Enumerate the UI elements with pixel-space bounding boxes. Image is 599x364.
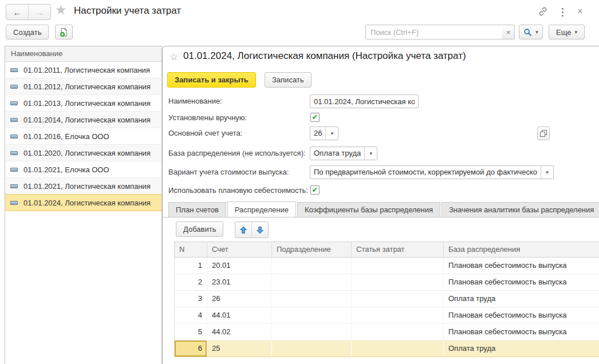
search-icon [523,28,532,37]
form-tab[interactable]: План счетов [168,202,226,217]
form-tab[interactable]: Коэффициенты базы распределения [297,202,440,217]
grid-cell[interactable] [352,324,444,340]
form-favorite-star-icon[interactable]: ☆ [170,51,178,63]
grid-row[interactable]: 120.01Плановая себестоимость выпуска [175,258,599,274]
grid-cell[interactable]: 20.01 [207,258,272,274]
grid-column-header[interactable]: Подразделение [272,242,352,257]
list-item-label: 01.01.2020, Логистическая компания [23,149,151,157]
forward-button[interactable]: → [28,5,50,19]
planned-checkbox[interactable]: ✔ [310,185,320,195]
list-item[interactable]: 01.01.2012, Логистическая компания [5,78,161,95]
manual-checkbox[interactable]: ✔ [310,113,320,122]
list-item[interactable]: 01.01.2020, Логистическая компания [5,145,161,161]
grid-column-header[interactable]: База распределения [444,242,599,257]
chevron-down-icon[interactable]: ▾ [364,147,377,160]
grid-row[interactable]: 544.02Плановая себестоимость выпуска [175,324,599,341]
list-item[interactable]: 01.01.2024, Логистическая компания [5,194,161,211]
arrow-down-icon [256,226,264,234]
back-button[interactable]: ← [6,5,28,19]
grid-cell[interactable]: Плановая себестоимость выпуска [444,258,599,274]
grid-cell[interactable]: 1 [175,258,207,274]
more-button-label: Еще [556,28,571,37]
move-up-button[interactable] [235,222,251,238]
list-item[interactable]: 01.01.2011, Логистическая компания [5,62,161,78]
list-column-header[interactable]: Наименование [5,46,161,62]
favorite-star-icon[interactable]: ★ [55,2,67,18]
grid-cell[interactable] [272,291,352,307]
grid-cell[interactable]: 5 [175,324,207,340]
base-combobox[interactable]: Оплата труда ▾ [310,147,377,160]
grid-row[interactable]: 223.01Плановая себестоимость выпуска [175,274,599,291]
add-row-button[interactable]: Добавить [176,221,223,237]
list-item[interactable]: 01.01.2021, Логистическая компания [5,178,161,195]
chevron-down-icon: ▾ [535,29,538,35]
move-row-group [235,221,269,238]
name-input[interactable] [310,94,419,108]
list-item-label: 01.01.2024, Логистическая компания [23,199,151,207]
list-item[interactable]: 01.01.2016, Елочка ООО [5,128,161,145]
element-form-panel: ☆ 01.01.2024, Логистическая компания (На… [162,46,599,364]
vertical-dots-icon [562,8,563,10]
grid-cell[interactable] [352,274,444,290]
link-icon[interactable] [537,6,549,17]
grid-cell[interactable] [352,291,444,307]
grid-cell[interactable]: 25 [207,341,272,357]
form-tab[interactable]: Распределение [227,201,296,217]
grid-cell[interactable]: 2 [175,274,207,290]
base-value: Оплата труда [310,147,364,160]
grid-cell[interactable] [352,307,444,323]
grid-cell[interactable]: Оплата труда [444,341,599,357]
grid-cell[interactable] [352,341,444,357]
grid-column-header[interactable]: N [175,242,207,257]
save-button[interactable]: Записать [265,72,312,88]
grid-cell[interactable] [272,274,352,290]
list-item[interactable]: 01.01.2013, Логистическая компания [5,95,161,112]
grid-cell[interactable]: 26 [207,291,272,307]
grid-cell[interactable]: Плановая себестоимость выпуска [444,307,599,323]
grid-cell[interactable] [272,324,352,340]
more-button[interactable]: Еще ▾ [549,25,585,39]
grid-row[interactable]: 326Оплата труда [175,291,599,307]
grid-row[interactable]: 625Оплата труда [175,341,599,357]
grid-cell[interactable]: 3 [175,291,207,307]
grid-cell[interactable]: 6 [175,341,207,357]
grid-cell[interactable]: 44.02 [207,324,272,340]
grid-cell[interactable] [272,258,352,274]
grid-cell[interactable]: 23.01 [207,274,272,290]
create-button[interactable]: Создать [6,25,49,39]
search-clear-button[interactable]: × [502,25,515,39]
create-by-copy-button[interactable] [55,25,73,39]
check-icon: ✔ [312,113,318,121]
variant-value: По предварительной стоимости, корректиру… [310,166,541,179]
grid-cell[interactable]: Плановая себестоимость выпуска [444,324,599,340]
list-item-label: 01.01.2021, Логистическая компания [23,182,151,191]
grid-cell[interactable]: Оплата труда [444,291,599,307]
catalog-item-icon [10,118,18,122]
save-and-close-button[interactable]: Записать и закрыть [167,72,256,88]
chevron-down-icon[interactable]: ▾ [325,127,338,140]
list-item-label: 01.01.2016, Елочка ООО [23,132,109,141]
close-icon[interactable]: × [574,6,586,17]
more-menu-icon[interactable] [557,6,568,17]
grid-column-header[interactable]: Статья затрат [352,242,444,257]
form-tab[interactable]: Значения аналитики базы распределения [442,202,599,217]
planned-field-label: Использовать плановую себестоимость: [168,184,308,197]
grid-cell[interactable]: 44.01 [207,307,272,323]
grid-cell[interactable] [272,307,352,323]
move-down-button[interactable] [251,222,268,238]
chevron-down-icon[interactable]: ▾ [541,166,553,179]
list-item[interactable]: 01.01.2014, Логистическая компания [5,112,161,128]
grid-cell[interactable]: Плановая себестоимость выпуска [444,274,599,290]
grid-cell[interactable] [272,341,352,357]
list-body: 01.01.2011, Логистическая компания01.01.… [5,62,161,211]
list-item[interactable]: 01.01.2021, Елочка ООО [5,161,161,178]
grid-cell[interactable]: 4 [175,307,207,323]
account-combobox[interactable]: 26 ▾ [310,126,338,140]
search-input[interactable] [365,25,503,39]
account-open-button[interactable] [537,126,550,140]
grid-column-header[interactable]: Счет [207,242,272,257]
grid-cell[interactable] [352,258,444,274]
search-menu-button[interactable]: ▾ [519,25,543,39]
grid-row[interactable]: 444.01Плановая себестоимость выпуска [175,307,599,324]
variant-combobox[interactable]: По предварительной стоимости, корректиру… [310,165,554,179]
